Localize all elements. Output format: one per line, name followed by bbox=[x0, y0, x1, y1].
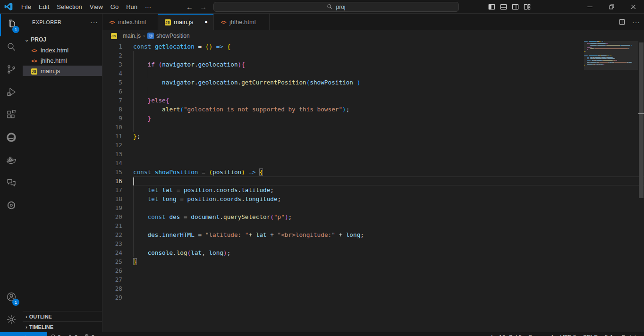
status--javascript[interactable]: {} JavaScript bbox=[601, 334, 639, 336]
remote-indicator[interactable] bbox=[0, 332, 47, 336]
line-number[interactable]: 21 bbox=[102, 221, 127, 230]
tab-index.html[interactable]: <>index.html bbox=[102, 14, 158, 30]
menu-edit[interactable]: Edit bbox=[35, 2, 53, 12]
nav-forward-icon[interactable]: → bbox=[200, 3, 207, 11]
activity-item-files[interactable]: 1 bbox=[0, 14, 23, 36]
line-number[interactable]: 28 bbox=[102, 284, 127, 293]
explorer-sidebar: EXPLORER ··· ⌄ PROJ <>index.html<>jhlhe.… bbox=[23, 14, 102, 332]
line-number[interactable]: 20 bbox=[102, 212, 127, 221]
sidebar-section-outline[interactable]: ›OUTLINE bbox=[23, 311, 102, 321]
line-number[interactable]: 22 bbox=[102, 230, 127, 239]
close-button[interactable] bbox=[622, 0, 644, 14]
line-number[interactable]: 13 bbox=[102, 150, 127, 159]
menu-selection[interactable]: Selection bbox=[53, 2, 85, 12]
command-center-search[interactable]: proj bbox=[213, 2, 459, 12]
status-ln-16-col-5[interactable]: Ln 16, Col 5 bbox=[488, 334, 525, 336]
line-number[interactable]: 23 bbox=[102, 239, 127, 248]
line-number[interactable]: 26 bbox=[102, 266, 127, 275]
line-number[interactable]: 17 bbox=[102, 185, 127, 194]
activity-item-source-control[interactable] bbox=[0, 59, 23, 82]
code-line-24: 24 console.log(lat, long); bbox=[102, 248, 644, 257]
status-ports[interactable]: 0 bbox=[81, 334, 98, 336]
js-file-icon: JS bbox=[30, 67, 38, 75]
line-number[interactable]: 14 bbox=[102, 159, 127, 168]
activity-item-search[interactable] bbox=[0, 36, 23, 59]
main-area: 1 1 EXPLORER ··· ⌄ PROJ <>index.html<>jh… bbox=[0, 14, 644, 332]
line-number[interactable]: 2 bbox=[102, 51, 127, 60]
status-crlf[interactable]: CRLF bbox=[579, 334, 601, 336]
editor-more-actions-icon[interactable]: ··· bbox=[632, 18, 640, 26]
tree-folder-proj[interactable]: ⌄ PROJ bbox=[23, 34, 102, 45]
toggle-sidebar-icon[interactable] bbox=[488, 3, 495, 10]
code-line-6: 6 bbox=[102, 87, 644, 96]
status-spaces-4[interactable]: Spaces: 4 bbox=[525, 334, 557, 336]
indent-guide bbox=[133, 69, 134, 78]
menu-view[interactable]: View bbox=[86, 2, 107, 12]
line-content: } bbox=[133, 257, 644, 266]
line-number[interactable]: 29 bbox=[102, 293, 127, 302]
status-errors[interactable]: 0 bbox=[47, 334, 64, 336]
line-number[interactable]: 3 bbox=[102, 60, 127, 69]
status-utf-8[interactable]: UTF-8 bbox=[557, 334, 579, 336]
line-number[interactable]: 15 bbox=[102, 168, 127, 176]
activity-item-edge-browser[interactable] bbox=[0, 127, 23, 150]
tree-file-jhlhe.html[interactable]: <>jhlhe.html bbox=[23, 55, 102, 66]
sidebar-more-actions[interactable]: ··· bbox=[90, 18, 98, 26]
line-number[interactable]: 16 bbox=[102, 176, 127, 185]
status-warnings[interactable]: 0 bbox=[64, 334, 81, 336]
indent-guide bbox=[133, 60, 134, 69]
line-number[interactable]: 6 bbox=[102, 87, 127, 96]
line-number[interactable]: 4 bbox=[102, 69, 127, 78]
breadcrumb-file[interactable]: main.js bbox=[123, 33, 141, 39]
line-number[interactable]: 11 bbox=[102, 132, 127, 141]
activity-item-accounts[interactable]: 1 bbox=[0, 286, 23, 309]
line-content: des.innerHTML = "latitude: "+ lat + "<br… bbox=[133, 230, 644, 239]
sidebar-header: EXPLORER ··· bbox=[23, 14, 102, 30]
customize-layout-icon[interactable] bbox=[524, 3, 531, 10]
nav-back-icon[interactable]: ← bbox=[186, 3, 193, 11]
line-number[interactable]: 25 bbox=[102, 257, 127, 266]
activity-item-openai[interactable] bbox=[0, 195, 23, 218]
tab-jhlhe.html[interactable]: <>jhlhe.html bbox=[214, 14, 270, 30]
activity-item-extensions[interactable] bbox=[0, 104, 23, 127]
sidebar-section-timeline[interactable]: ›TIMELINE bbox=[23, 321, 102, 332]
line-number[interactable]: 9 bbox=[102, 114, 127, 123]
indent-guide bbox=[133, 105, 134, 114]
ports-icon bbox=[84, 334, 89, 336]
tree-file-index.html[interactable]: <>index.html bbox=[23, 45, 102, 55]
run-debug-icon bbox=[6, 86, 17, 100]
toggle-panel-icon[interactable] bbox=[500, 3, 507, 10]
code-editor[interactable]: 1const getlocation = () => {23 if (navig… bbox=[102, 41, 644, 332]
menu-file[interactable]: File bbox=[17, 2, 35, 12]
activity-item-docker[interactable] bbox=[0, 150, 23, 172]
tab-main.js[interactable]: JSmain.js● bbox=[158, 14, 214, 30]
status-count: 0 bbox=[91, 334, 94, 336]
line-number[interactable]: 18 bbox=[102, 194, 127, 203]
line-number[interactable]: 8 bbox=[102, 105, 127, 114]
activity-item-comments[interactable] bbox=[0, 172, 23, 195]
minimize-button[interactable] bbox=[579, 0, 601, 14]
menu-run[interactable]: Run bbox=[122, 2, 141, 12]
line-number[interactable]: 5 bbox=[102, 78, 127, 87]
line-number[interactable]: 7 bbox=[102, 96, 127, 105]
split-editor-icon[interactable] bbox=[619, 18, 626, 25]
line-number[interactable]: 24 bbox=[102, 248, 127, 257]
menu-go[interactable]: Go bbox=[107, 2, 122, 12]
scrollbar-thumb[interactable] bbox=[639, 42, 644, 198]
line-number[interactable]: 19 bbox=[102, 203, 127, 212]
activity-item-settings-gear[interactable] bbox=[0, 309, 23, 332]
line-number[interactable]: 27 bbox=[102, 275, 127, 284]
line-number[interactable]: 12 bbox=[102, 141, 127, 150]
menu-more-icon[interactable]: ··· bbox=[141, 2, 155, 12]
editor-scrollbar[interactable] bbox=[638, 41, 644, 332]
line-number[interactable]: 1 bbox=[102, 42, 127, 51]
minimap[interactable] bbox=[584, 41, 638, 296]
toggle-secondary-sidebar-icon[interactable] bbox=[512, 3, 519, 10]
breadcrumb-symbol[interactable]: showPosition bbox=[156, 33, 190, 39]
restore-button[interactable] bbox=[601, 0, 622, 14]
activity-item-run-debug[interactable] bbox=[0, 82, 23, 104]
line-number[interactable]: 10 bbox=[102, 123, 127, 132]
code-line-23: 23 bbox=[102, 239, 644, 248]
line-content: console.log(lat, long); bbox=[133, 248, 644, 257]
tree-file-main.js[interactable]: JSmain.js bbox=[23, 66, 102, 76]
